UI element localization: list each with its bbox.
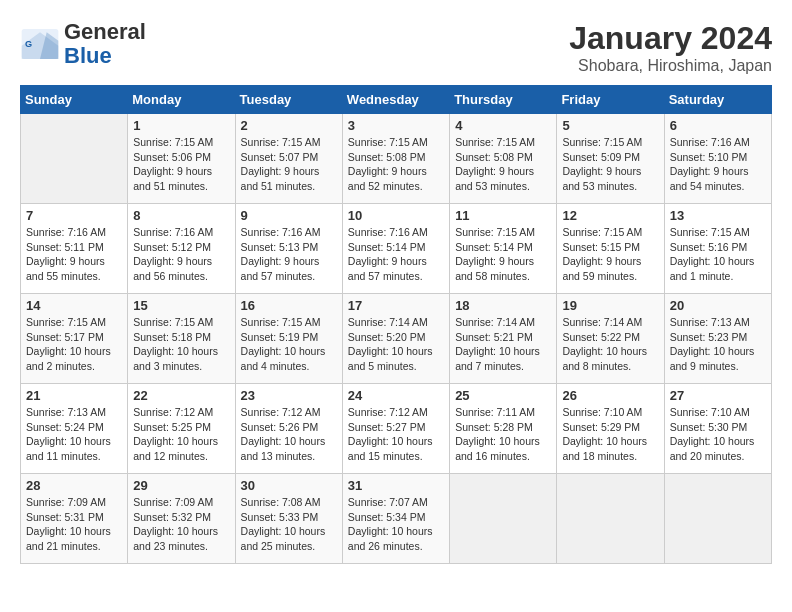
day-cell: 22Sunrise: 7:12 AMSunset: 5:25 PMDayligh… (128, 384, 235, 474)
header-cell-saturday: Saturday (664, 86, 771, 114)
day-info: Sunrise: 7:12 AMSunset: 5:26 PMDaylight:… (241, 405, 337, 464)
day-cell (450, 474, 557, 564)
page-header: G General Blue January 2024 Shobara, Hir… (20, 20, 772, 75)
week-row-3: 14Sunrise: 7:15 AMSunset: 5:17 PMDayligh… (21, 294, 772, 384)
day-cell: 18Sunrise: 7:14 AMSunset: 5:21 PMDayligh… (450, 294, 557, 384)
day-cell: 20Sunrise: 7:13 AMSunset: 5:23 PMDayligh… (664, 294, 771, 384)
day-number: 17 (348, 298, 444, 313)
day-info: Sunrise: 7:15 AMSunset: 5:17 PMDaylight:… (26, 315, 122, 374)
day-number: 20 (670, 298, 766, 313)
day-cell: 31Sunrise: 7:07 AMSunset: 5:34 PMDayligh… (342, 474, 449, 564)
logo-blue: Blue (64, 43, 112, 68)
day-info: Sunrise: 7:07 AMSunset: 5:34 PMDaylight:… (348, 495, 444, 554)
week-row-1: 1Sunrise: 7:15 AMSunset: 5:06 PMDaylight… (21, 114, 772, 204)
day-info: Sunrise: 7:15 AMSunset: 5:09 PMDaylight:… (562, 135, 658, 194)
day-number: 24 (348, 388, 444, 403)
day-number: 12 (562, 208, 658, 223)
day-cell: 16Sunrise: 7:15 AMSunset: 5:19 PMDayligh… (235, 294, 342, 384)
location: Shobara, Hiroshima, Japan (569, 57, 772, 75)
day-cell: 4Sunrise: 7:15 AMSunset: 5:08 PMDaylight… (450, 114, 557, 204)
day-info: Sunrise: 7:16 AMSunset: 5:10 PMDaylight:… (670, 135, 766, 194)
day-number: 4 (455, 118, 551, 133)
day-number: 3 (348, 118, 444, 133)
day-number: 18 (455, 298, 551, 313)
day-cell: 29Sunrise: 7:09 AMSunset: 5:32 PMDayligh… (128, 474, 235, 564)
day-info: Sunrise: 7:09 AMSunset: 5:32 PMDaylight:… (133, 495, 229, 554)
header-row: SundayMondayTuesdayWednesdayThursdayFrid… (21, 86, 772, 114)
header-cell-thursday: Thursday (450, 86, 557, 114)
day-number: 5 (562, 118, 658, 133)
svg-text:G: G (25, 40, 32, 50)
day-info: Sunrise: 7:10 AMSunset: 5:30 PMDaylight:… (670, 405, 766, 464)
day-cell: 24Sunrise: 7:12 AMSunset: 5:27 PMDayligh… (342, 384, 449, 474)
day-cell: 13Sunrise: 7:15 AMSunset: 5:16 PMDayligh… (664, 204, 771, 294)
day-cell: 11Sunrise: 7:15 AMSunset: 5:14 PMDayligh… (450, 204, 557, 294)
day-number: 16 (241, 298, 337, 313)
day-info: Sunrise: 7:15 AMSunset: 5:18 PMDaylight:… (133, 315, 229, 374)
header-cell-tuesday: Tuesday (235, 86, 342, 114)
day-info: Sunrise: 7:13 AMSunset: 5:23 PMDaylight:… (670, 315, 766, 374)
day-info: Sunrise: 7:12 AMSunset: 5:25 PMDaylight:… (133, 405, 229, 464)
day-info: Sunrise: 7:15 AMSunset: 5:16 PMDaylight:… (670, 225, 766, 284)
day-number: 1 (133, 118, 229, 133)
day-cell: 21Sunrise: 7:13 AMSunset: 5:24 PMDayligh… (21, 384, 128, 474)
day-info: Sunrise: 7:16 AMSunset: 5:13 PMDaylight:… (241, 225, 337, 284)
day-info: Sunrise: 7:11 AMSunset: 5:28 PMDaylight:… (455, 405, 551, 464)
day-cell: 14Sunrise: 7:15 AMSunset: 5:17 PMDayligh… (21, 294, 128, 384)
day-cell: 26Sunrise: 7:10 AMSunset: 5:29 PMDayligh… (557, 384, 664, 474)
day-cell: 5Sunrise: 7:15 AMSunset: 5:09 PMDaylight… (557, 114, 664, 204)
day-cell: 8Sunrise: 7:16 AMSunset: 5:12 PMDaylight… (128, 204, 235, 294)
day-info: Sunrise: 7:15 AMSunset: 5:15 PMDaylight:… (562, 225, 658, 284)
week-row-2: 7Sunrise: 7:16 AMSunset: 5:11 PMDaylight… (21, 204, 772, 294)
day-cell (557, 474, 664, 564)
day-number: 7 (26, 208, 122, 223)
day-cell: 10Sunrise: 7:16 AMSunset: 5:14 PMDayligh… (342, 204, 449, 294)
day-cell: 12Sunrise: 7:15 AMSunset: 5:15 PMDayligh… (557, 204, 664, 294)
day-number: 9 (241, 208, 337, 223)
day-info: Sunrise: 7:15 AMSunset: 5:07 PMDaylight:… (241, 135, 337, 194)
day-cell (664, 474, 771, 564)
day-cell: 6Sunrise: 7:16 AMSunset: 5:10 PMDaylight… (664, 114, 771, 204)
day-cell: 17Sunrise: 7:14 AMSunset: 5:20 PMDayligh… (342, 294, 449, 384)
day-number: 15 (133, 298, 229, 313)
day-cell: 19Sunrise: 7:14 AMSunset: 5:22 PMDayligh… (557, 294, 664, 384)
week-row-4: 21Sunrise: 7:13 AMSunset: 5:24 PMDayligh… (21, 384, 772, 474)
day-cell: 23Sunrise: 7:12 AMSunset: 5:26 PMDayligh… (235, 384, 342, 474)
day-number: 14 (26, 298, 122, 313)
header-cell-monday: Monday (128, 86, 235, 114)
day-info: Sunrise: 7:16 AMSunset: 5:12 PMDaylight:… (133, 225, 229, 284)
day-cell (21, 114, 128, 204)
day-info: Sunrise: 7:14 AMSunset: 5:22 PMDaylight:… (562, 315, 658, 374)
day-number: 23 (241, 388, 337, 403)
day-number: 13 (670, 208, 766, 223)
day-info: Sunrise: 7:14 AMSunset: 5:21 PMDaylight:… (455, 315, 551, 374)
day-info: Sunrise: 7:15 AMSunset: 5:06 PMDaylight:… (133, 135, 229, 194)
day-info: Sunrise: 7:16 AMSunset: 5:14 PMDaylight:… (348, 225, 444, 284)
logo-text: General Blue (64, 20, 146, 68)
day-number: 28 (26, 478, 122, 493)
day-number: 22 (133, 388, 229, 403)
day-number: 10 (348, 208, 444, 223)
day-info: Sunrise: 7:14 AMSunset: 5:20 PMDaylight:… (348, 315, 444, 374)
day-cell: 3Sunrise: 7:15 AMSunset: 5:08 PMDaylight… (342, 114, 449, 204)
day-number: 31 (348, 478, 444, 493)
day-cell: 9Sunrise: 7:16 AMSunset: 5:13 PMDaylight… (235, 204, 342, 294)
day-info: Sunrise: 7:15 AMSunset: 5:08 PMDaylight:… (455, 135, 551, 194)
day-number: 30 (241, 478, 337, 493)
day-number: 6 (670, 118, 766, 133)
day-cell: 28Sunrise: 7:09 AMSunset: 5:31 PMDayligh… (21, 474, 128, 564)
day-number: 21 (26, 388, 122, 403)
logo-icon: G (20, 29, 60, 59)
day-info: Sunrise: 7:09 AMSunset: 5:31 PMDaylight:… (26, 495, 122, 554)
header-cell-wednesday: Wednesday (342, 86, 449, 114)
day-number: 19 (562, 298, 658, 313)
day-number: 8 (133, 208, 229, 223)
day-cell: 25Sunrise: 7:11 AMSunset: 5:28 PMDayligh… (450, 384, 557, 474)
day-number: 25 (455, 388, 551, 403)
day-cell: 30Sunrise: 7:08 AMSunset: 5:33 PMDayligh… (235, 474, 342, 564)
day-cell: 1Sunrise: 7:15 AMSunset: 5:06 PMDaylight… (128, 114, 235, 204)
month-title: January 2024 (569, 20, 772, 57)
header-cell-friday: Friday (557, 86, 664, 114)
day-cell: 27Sunrise: 7:10 AMSunset: 5:30 PMDayligh… (664, 384, 771, 474)
day-number: 27 (670, 388, 766, 403)
